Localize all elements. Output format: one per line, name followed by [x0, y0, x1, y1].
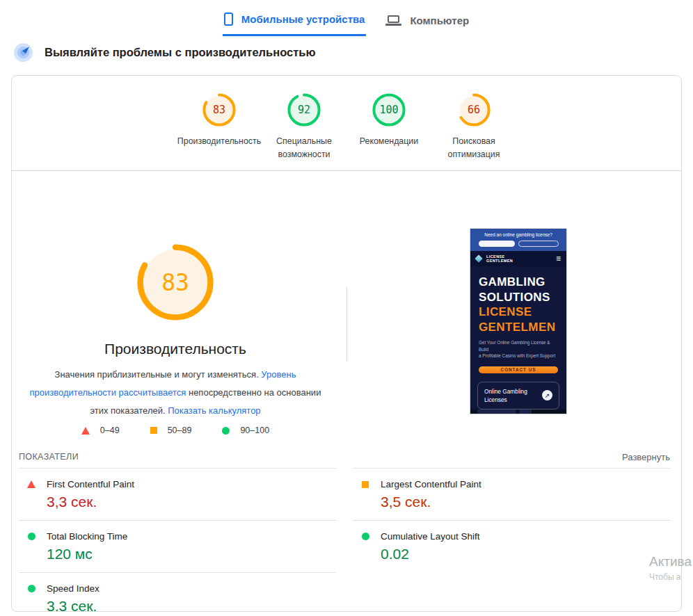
category-label: Рекомендации: [360, 135, 418, 148]
hero-subtext: Get Your Online Gambling License & Build…: [479, 339, 558, 359]
license-card-line2: Licenses: [484, 396, 527, 404]
metric-value: 3,3 сек.: [47, 598, 336, 612]
windows-activation-watermark: Актива Чтобы а: [649, 554, 692, 582]
performance-description: Значения приблизительные и могут изменят…: [29, 366, 321, 420]
category-scores-row: 83 Производительность 92 Специальные воз…: [12, 76, 681, 171]
accessibility-score-value: 92: [287, 93, 321, 127]
screenshot-site-header: LICENSE GENTLEMEN ≡: [470, 251, 566, 266]
category-performance[interactable]: 83 Производительность: [177, 93, 262, 161]
hero-heading-line: LICENSE: [479, 305, 558, 320]
license-card-title: Online Gambling Licenses: [484, 387, 527, 404]
device-tabs: Мобильные устройства Компьютер: [0, 0, 693, 36]
metrics-columns: First Contentful Paint 3,3 сек. Total Bl…: [12, 468, 681, 612]
legend-average-range: 50–89: [150, 425, 192, 435]
performance-section-title: Производительность: [104, 341, 246, 357]
metric-name: Speed Index: [47, 583, 99, 594]
expand-metrics-button[interactable]: Развернуть: [622, 452, 670, 462]
performance-summary-section: 83 Производительность Значения приблизит…: [12, 171, 681, 446]
metric-value: 3,5 сек.: [381, 494, 670, 510]
metric-status-icon: [362, 533, 369, 540]
performance-big-gauge: 83: [136, 243, 214, 321]
metric-first-contentful-paint: First Contentful Paint 3,3 сек.: [19, 468, 336, 520]
performance-summary-left: 83 Производительность Значения приблизит…: [12, 171, 339, 435]
footer-blob: [477, 410, 516, 414]
metric-status-icon: [28, 533, 35, 540]
tab-desktop[interactable]: Компьютер: [384, 8, 470, 36]
metric-name: Cumulative Layout Shift: [381, 531, 480, 542]
screenshot-hero: GAMBLING SOLUTIONS LICENSE GENTELMEN Get…: [470, 266, 566, 359]
tab-desktop-label: Компьютер: [410, 15, 469, 26]
page-screenshot-thumbnail: Need an online gambling license? LICENSE…: [470, 228, 567, 414]
description-text: Значения приблизительные и могут изменят…: [55, 369, 262, 380]
watermark-line1: Актива: [649, 554, 692, 569]
mobile-phone-icon: [224, 13, 233, 26]
screenshot-banner-text: Need an online gambling license?: [473, 232, 564, 237]
hero-heading-line: GENTELMEN: [479, 320, 558, 335]
category-seo[interactable]: 66 Поисковая оптимизация: [431, 93, 516, 161]
score-legend: 0–49 50–89 90–100: [81, 425, 269, 435]
metric-cumulative-layout-shift: Cumulative Layout Shift 0.02: [353, 520, 670, 572]
laptop-base-shape: [385, 24, 401, 26]
category-accessibility[interactable]: 92 Специальные возможности: [262, 93, 346, 161]
screenshot-footer: [470, 410, 566, 414]
metric-largest-contentful-paint: Largest Contentful Paint 3,5 сек.: [353, 468, 670, 520]
gauge-needle-shape: [22, 47, 29, 54]
metric-name: Total Blocking Time: [47, 531, 127, 542]
site-logo-text: LICENSE GENTLEMEN: [486, 254, 513, 263]
accessibility-score-gauge: 92: [287, 93, 321, 127]
screenshot-license-card: Online Gambling Licenses ↗: [477, 382, 559, 410]
tab-mobile[interactable]: Мобильные устройства: [223, 8, 367, 36]
performance-score-gauge: 83: [202, 93, 236, 127]
seo-score-gauge: 66: [457, 93, 491, 127]
category-label: Производительность: [177, 135, 261, 148]
page-title: Выявляйте проблемы с производительностью: [45, 46, 316, 59]
metric-value: 0.02: [381, 546, 670, 562]
show-calculator-link[interactable]: Показать калькулятор: [168, 405, 260, 416]
seo-score-value: 66: [457, 93, 491, 127]
metrics-header-row: ПОКАЗАТЕЛИ Развернуть: [12, 446, 681, 468]
metric-status-icon: [362, 481, 369, 488]
hero-subtext-line2: a Profitable Casino with Expert Support: [479, 352, 558, 359]
fail-triangle-icon: [81, 427, 90, 435]
performance-score-value: 83: [202, 93, 236, 127]
average-square-icon: [150, 427, 157, 434]
legend-range-label: 50–89: [168, 425, 192, 435]
footer-blob: [519, 410, 532, 414]
metric-status-icon: [28, 585, 35, 592]
hero-heading-line: SOLUTIONS: [479, 290, 558, 305]
metrics-column-right: Largest Contentful Paint 3,5 сек. Cumula…: [353, 468, 670, 612]
category-label: Поисковая оптимизация: [431, 135, 516, 161]
tab-mobile-label: Мобильные устройства: [241, 13, 365, 25]
metric-name: First Contentful Paint: [47, 479, 134, 489]
section-divider: [346, 287, 347, 361]
laptop-screen-shape: [388, 15, 399, 23]
category-label: Специальные возможности: [262, 135, 346, 161]
metric-status-icon: [27, 480, 35, 488]
metrics-column-left: First Contentful Paint 3,3 сек. Total Bl…: [19, 468, 336, 612]
arrow-circle-icon: ↗: [542, 390, 552, 400]
watermark-line2: Чтобы а: [649, 572, 692, 582]
metric-value: 120 мс: [47, 546, 336, 562]
best-practices-score-gauge: 100: [372, 93, 406, 127]
screenshot-pill-button: [518, 241, 559, 247]
category-best-practices[interactable]: 100 Рекомендации: [346, 93, 431, 161]
screenshot-top-banner: Need an online gambling license?: [470, 229, 566, 251]
performance-big-score-value: 83: [136, 243, 214, 321]
best-practices-score-value: 100: [372, 93, 406, 127]
hero-heading-line: GAMBLING: [479, 275, 558, 290]
hamburger-menu-icon: ≡: [556, 255, 561, 262]
metric-total-blocking-time: Total Blocking Time 120 мс: [19, 520, 336, 572]
intro-row: Выявляйте проблемы с производительностью: [0, 36, 693, 62]
contact-us-button: CONTACT US: [479, 366, 558, 373]
legend-pass-range: 90–100: [222, 425, 269, 435]
metric-name: Largest Contentful Paint: [381, 479, 481, 489]
legend-range-label: 0–49: [100, 425, 120, 435]
desktop-computer-icon: [385, 15, 401, 26]
metrics-section-title: ПОКАЗАТЕЛИ: [19, 452, 79, 462]
pagespeed-gauge-icon: [14, 43, 33, 62]
metric-speed-index: Speed Index 3,3 сек.: [19, 572, 336, 612]
metric-value: 3,3 сек.: [47, 494, 336, 510]
site-logo-line2: GENTLEMEN: [486, 259, 513, 263]
pass-circle-icon: [222, 427, 230, 435]
screenshot-banner-buttons: [473, 241, 564, 247]
